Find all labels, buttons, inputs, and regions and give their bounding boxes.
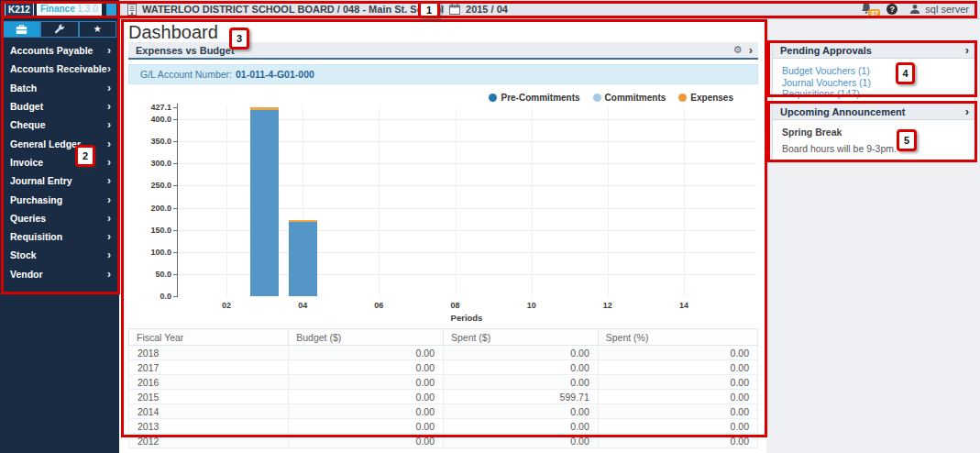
chevron-right-icon: › <box>107 118 111 131</box>
legend-dot-icon <box>593 94 601 102</box>
table-row[interactable]: 20140.000.000.00 <box>129 404 758 419</box>
sidebar-item-accounts-receivable[interactable]: Accounts Receivable› <box>0 60 119 78</box>
calendar-icon <box>449 4 460 15</box>
sidebar-item-label: Queries <box>10 213 46 224</box>
announcement-chevron-icon[interactable]: › <box>965 105 969 118</box>
chevron-right-icon: › <box>107 212 111 225</box>
sidebar-item-label: Budget <box>10 101 43 112</box>
y-axis-tick-label: 100.0 <box>133 248 171 257</box>
y-axis-tick-label: 400.0 <box>133 115 171 124</box>
value-cell: 0.00 <box>443 375 598 390</box>
chevron-right-icon: › <box>107 44 111 57</box>
legend-dot-icon <box>678 94 687 102</box>
announcement-body: Board hours will be 9-3pm. <box>782 143 965 154</box>
sidebar-item-label: Purchasing <box>10 194 62 205</box>
x-axis-tick-label: 10 <box>518 301 545 310</box>
bar-pre-commitments-period-4[interactable] <box>289 222 317 296</box>
value-cell: 0.00 <box>598 419 757 434</box>
sidebar-item-general-ledger[interactable]: General Ledger› <box>0 134 119 152</box>
pending-link-budget-vouchers-1[interactable]: Budget Vouchers (1) <box>782 65 965 77</box>
y-axis-tick-label: 350.0 <box>133 137 171 146</box>
value-cell: 0.00 <box>289 360 444 375</box>
panel-expand-chevron-icon[interactable]: › <box>749 43 753 57</box>
bar-expenses-period-3[interactable] <box>250 107 279 110</box>
sidebar-item-label: Invoice <box>10 157 43 168</box>
sidebar-item-journal-entry[interactable]: Journal Entry› <box>0 171 119 190</box>
table-row[interactable]: 20160.000.000.00 <box>129 375 758 390</box>
fiscal-year-cell: 2018 <box>129 346 289 360</box>
sidebar-item-label: Batch <box>10 83 37 94</box>
sidebar-item-queries[interactable]: Queries› <box>0 209 119 227</box>
y-axis-tick-label: 427.1 <box>133 103 171 112</box>
expenses-vs-budget-chart: Pre-CommitmentsCommitmentsExpenses 0.050… <box>128 87 758 327</box>
fiscal-year-cell: 2014 <box>129 404 289 419</box>
legend-item[interactable]: Pre-Commitments <box>489 93 579 103</box>
legend-label: Pre-Commitments <box>501 93 579 103</box>
brand-badge: K212 <box>5 3 34 17</box>
legend-item[interactable]: Expenses <box>678 93 733 103</box>
sidebar-item-budget[interactable]: Budget› <box>0 97 119 116</box>
y-axis-tick-label: 0.0 <box>133 292 171 301</box>
star-icon: ★ <box>94 25 102 34</box>
value-cell: 599.71 <box>443 390 598 404</box>
x-axis-title: Periods <box>177 313 756 323</box>
notifications-button[interactable]: 37 <box>860 2 875 17</box>
sidebar-item-invoice[interactable]: Invoice› <box>0 153 119 171</box>
bar-expenses-period-4[interactable] <box>289 220 317 222</box>
chevron-right-icon: › <box>107 138 111 150</box>
fiscal-year-cell: 2016 <box>129 375 289 390</box>
x-axis-tick-label: 14 <box>670 301 698 310</box>
page-title: Dashboard <box>128 22 218 43</box>
fiscal-period-label[interactable]: 2015 / 04 <box>466 4 508 15</box>
pending-approvals-title: Pending Approvals <box>780 45 965 56</box>
gl-account-info-bar: G/L Account Number: 01-011-4-G01-000 <box>128 64 758 84</box>
gear-icon[interactable]: ⚙ <box>733 44 743 56</box>
sidebar-item-vendor[interactable]: Vendor› <box>0 265 119 283</box>
value-cell: 0.00 <box>443 419 598 434</box>
gl-account-label: G/L Account Number: <box>140 69 232 80</box>
pending-approvals-header: Pending Approvals › <box>773 42 974 59</box>
user-menu[interactable]: sql server <box>909 4 969 15</box>
tab-modules[interactable] <box>3 21 40 37</box>
table-header-cell: Budget ($) <box>289 329 444 346</box>
pending-link-requisitions-147[interactable]: Requisitions (147) <box>782 88 965 100</box>
chevron-right-icon: › <box>107 82 111 94</box>
chevron-right-icon: › <box>107 193 111 206</box>
sidebar-item-cheque[interactable]: Cheque› <box>0 116 119 134</box>
table-row[interactable]: 20170.000.000.00 <box>129 360 758 375</box>
pending-link-journal-vouchers-1[interactable]: Journal Vouchers (1) <box>782 77 965 89</box>
value-cell: 0.00 <box>598 375 757 390</box>
value-cell: 0.00 <box>443 360 598 375</box>
sidebar-item-requisition[interactable]: Requisition› <box>0 227 119 246</box>
pending-approvals-chevron-icon[interactable]: › <box>965 43 969 57</box>
sidebar-item-label: General Ledger <box>10 138 81 149</box>
value-cell: 0.00 <box>289 434 444 448</box>
table-row[interactable]: 20130.000.000.00 <box>129 419 758 434</box>
legend-item[interactable]: Commitments <box>593 93 666 103</box>
briefcase-icon <box>16 25 28 35</box>
board-school-label[interactable]: WATERLOO DISTRICT SCHOOL BOARD / 048 - M… <box>142 4 444 15</box>
legend-label: Expenses <box>690 93 733 103</box>
help-icon[interactable]: ? <box>886 4 897 15</box>
value-cell: 0.00 <box>443 434 598 448</box>
bar-pre-commitments-period-3[interactable] <box>250 110 279 296</box>
sidebar-item-label: Cheque <box>10 119 46 130</box>
table-header-cell: Spent (%) <box>598 329 757 346</box>
table-row[interactable]: 20150.00599.710.00 <box>129 390 758 404</box>
chevron-right-icon: › <box>107 230 111 243</box>
wrench-icon <box>54 24 65 35</box>
sidebar-item-purchasing[interactable]: Purchasing› <box>0 190 119 208</box>
sidebar-item-batch[interactable]: Batch› <box>0 79 119 97</box>
table-header-cell: Fiscal Year <box>129 329 289 346</box>
table-row[interactable]: 20120.000.000.00 <box>129 434 758 448</box>
product-badge: Finance 1.3.0 <box>37 3 102 16</box>
notification-count-badge: 37 <box>868 9 880 18</box>
sidebar-item-accounts-payable[interactable]: Accounts Payable› <box>0 41 119 60</box>
fiscal-year-cell: 2013 <box>129 419 289 434</box>
tab-tools[interactable] <box>40 21 78 37</box>
sidebar-item-stock[interactable]: Stock› <box>0 246 119 264</box>
top-bar-actions: 37 ? sql server <box>860 2 980 17</box>
y-axis-tick-label: 200.0 <box>133 204 171 213</box>
tab-favorites[interactable]: ★ <box>79 21 116 37</box>
table-row[interactable]: 20180.000.000.00 <box>129 346 758 360</box>
